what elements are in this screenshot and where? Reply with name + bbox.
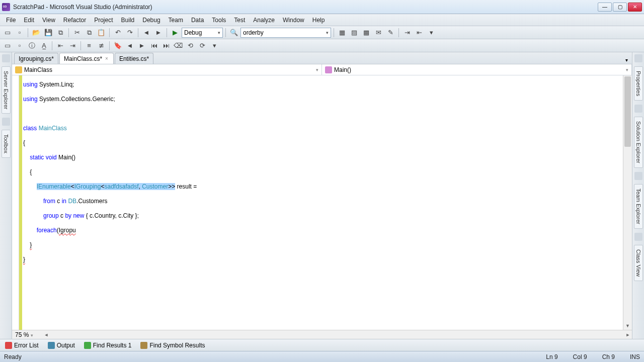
toolbar-btn-a[interactable]: ▦	[337, 27, 348, 38]
menu-edit[interactable]: Edit	[20, 15, 38, 25]
server-explorer-icon[interactable]	[2, 54, 10, 62]
vertical-scrollbar[interactable]: ▲ ▼	[623, 75, 632, 330]
horizontal-scrollbar[interactable]: ◄ ►	[42, 331, 632, 338]
solution-explorer-tab[interactable]: Solution Explorer	[634, 117, 643, 168]
toolbar-btn-f[interactable]: ⇥	[401, 27, 413, 38]
minimize-button[interactable]: —	[598, 3, 612, 12]
toolbar-btn-c[interactable]: ▩	[361, 27, 372, 38]
bookmark-prev-icon[interactable]: ◄	[124, 40, 135, 51]
doc-tab[interactable]: Entities.cs*	[115, 53, 153, 64]
nav-fwd-icon[interactable]: ►	[153, 27, 164, 38]
redo-icon[interactable]: ↷	[124, 27, 135, 38]
document-tab-strip: Igrouping.cs*MainClass.cs*×Entities.cs*▾	[12, 52, 632, 64]
display-word-icon[interactable]: A̲	[38, 40, 49, 51]
undo-icon[interactable]: ↶	[112, 27, 123, 38]
open-icon[interactable]: 📂	[31, 27, 42, 38]
scroll-right-icon[interactable]: ►	[624, 331, 632, 338]
team-explorer-tab[interactable]: Team Explorer	[634, 184, 643, 229]
close-button[interactable]: ✕	[628, 3, 642, 12]
bookmark-clear-icon[interactable]: ⌫	[173, 40, 184, 51]
properties-tab[interactable]: Properties	[634, 66, 643, 101]
code-editor[interactable]: using System.Linq;using System.Collectio…	[22, 75, 623, 330]
left-dock: Server Explorer Toolbox	[0, 52, 12, 339]
menu-test[interactable]: Test	[230, 15, 249, 25]
toolbar-btn-b[interactable]: ▨	[349, 27, 360, 38]
decrease-indent-icon[interactable]: ⇤	[55, 40, 66, 51]
menu-analyze[interactable]: Analyze	[249, 15, 279, 25]
bookmark-next-doc-icon[interactable]: ⏭	[160, 40, 172, 51]
toolbar2-btn-a[interactable]: ⟲	[185, 40, 196, 51]
menu-file[interactable]: File	[2, 15, 20, 25]
increase-indent-icon[interactable]: ⇥	[67, 40, 78, 51]
tab-overflow-button[interactable]: ▾	[623, 56, 630, 64]
menu-build[interactable]: Build	[117, 15, 139, 25]
toolbox-icon[interactable]	[2, 118, 10, 126]
toolbar2-btn-c[interactable]: ▾	[209, 40, 220, 51]
scroll-thumb[interactable]	[624, 76, 631, 147]
separator	[109, 41, 110, 50]
nav-back-icon[interactable]: ◄	[141, 27, 152, 38]
maximize-button[interactable]: ▢	[613, 3, 627, 12]
menu-help[interactable]: Help	[308, 15, 329, 25]
toolbox-tab[interactable]: Toolbox	[2, 130, 11, 158]
bookmark-next-icon[interactable]: ►	[136, 40, 147, 51]
error-list-tab[interactable]: Error List	[3, 341, 41, 350]
bookmark-toggle-icon[interactable]: 🔖	[112, 40, 123, 51]
member-dropdown[interactable]: Main()	[322, 64, 632, 75]
find-dropdown[interactable]: orderby	[240, 28, 331, 38]
display-object-icon[interactable]: ▭	[2, 40, 13, 51]
save-all-icon[interactable]: ⧉	[55, 27, 66, 38]
toolbar-btn-d[interactable]: ✉	[373, 27, 384, 38]
menu-data[interactable]: Data	[187, 15, 208, 25]
find-icon[interactable]: 🔍	[228, 27, 239, 38]
zoom-dropdown[interactable]: 75 %	[12, 331, 42, 338]
separator	[80, 41, 81, 50]
doc-tab-label: Entities.cs*	[119, 55, 149, 62]
toolbar-btn-g[interactable]: ⇤	[414, 27, 425, 38]
class-view-icon[interactable]	[634, 233, 642, 241]
scroll-left-icon[interactable]: ◄	[42, 331, 50, 338]
team-explorer-icon[interactable]	[634, 172, 642, 180]
cut-icon[interactable]: ✂	[71, 27, 83, 38]
toolbar-btn-e[interactable]: ✎	[385, 27, 396, 38]
paste-icon[interactable]: 📋	[96, 27, 107, 38]
solution-explorer-icon[interactable]	[634, 105, 642, 113]
copy-icon[interactable]: ⧉	[84, 27, 95, 38]
separator	[109, 28, 110, 37]
menu-window[interactable]: Window	[279, 15, 308, 25]
separator	[68, 28, 69, 37]
menu-view[interactable]: View	[38, 15, 59, 25]
display-param-icon[interactable]: ▫	[14, 40, 25, 51]
configuration-dropdown[interactable]: Debug	[182, 28, 223, 38]
outline-margin[interactable]	[12, 75, 19, 330]
scroll-down-icon[interactable]: ▼	[623, 322, 632, 330]
menu-refactor[interactable]: Refactor	[59, 15, 90, 25]
server-explorer-tab[interactable]: Server Explorer	[2, 66, 11, 114]
separator	[225, 28, 226, 37]
toolbar-btn-h[interactable]: ▾	[426, 27, 437, 38]
save-icon[interactable]: 💾	[43, 27, 54, 38]
find-results-tab[interactable]: Find Results 1	[82, 341, 134, 350]
close-tab-icon[interactable]: ×	[104, 56, 109, 61]
new-project-icon[interactable]: ▭	[2, 27, 13, 38]
properties-icon[interactable]	[634, 54, 642, 62]
output-tab[interactable]: Output	[46, 341, 77, 350]
uncomment-icon[interactable]: ≢	[96, 40, 107, 51]
toolbar2-btn-b[interactable]: ⟳	[197, 40, 208, 51]
menu-debug[interactable]: Debug	[138, 15, 164, 25]
add-item-icon[interactable]: ▫	[14, 27, 25, 38]
display-quick-icon[interactable]: ⓘ	[26, 40, 37, 51]
doc-tab[interactable]: Igrouping.cs*	[14, 53, 58, 64]
class-view-tab[interactable]: Class View	[634, 245, 643, 281]
menu-project[interactable]: Project	[90, 15, 117, 25]
find-symbol-tab[interactable]: Find Symbol Results	[138, 341, 207, 350]
start-debug-icon[interactable]: ▶	[170, 27, 181, 38]
status-bar: Ready Ln 9 Col 9 Ch 9 INS	[0, 351, 644, 362]
menu-tools[interactable]: Tools	[208, 15, 230, 25]
bookmark-prev-doc-icon[interactable]: ⏮	[148, 40, 159, 51]
doc-tab[interactable]: MainClass.cs*×	[59, 53, 114, 64]
menu-team[interactable]: Team	[165, 15, 187, 25]
comment-icon[interactable]: ≡	[84, 40, 95, 51]
class-dropdown[interactable]: MainClass	[12, 64, 322, 75]
error-list-label: Error List	[14, 342, 39, 349]
